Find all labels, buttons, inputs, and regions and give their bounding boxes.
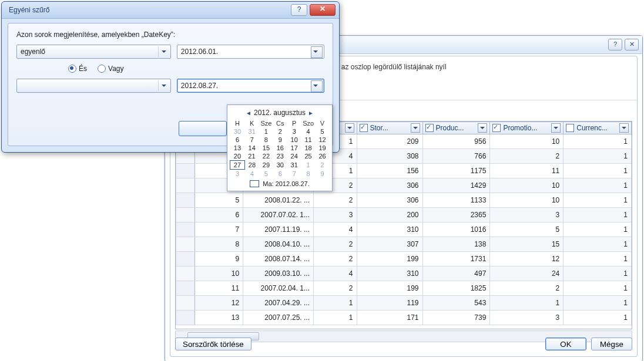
cell[interactable]: 1 <box>314 311 357 325</box>
cell[interactable]: 13 <box>195 311 243 325</box>
day-cell[interactable]: 5 <box>259 170 273 178</box>
day-cell[interactable]: 22 <box>259 152 273 161</box>
day-cell[interactable]: 20 <box>230 152 245 161</box>
cell[interactable]: 2 <box>490 281 564 296</box>
day-cell[interactable]: 9 <box>273 136 287 144</box>
day-cell[interactable]: 11 <box>301 136 316 144</box>
column-filter-dropdown[interactable] <box>345 123 354 133</box>
column-filter-dropdown[interactable] <box>619 123 629 133</box>
column-header[interactable]: Stor... <box>357 122 422 134</box>
day-cell[interactable]: 7 <box>287 170 301 178</box>
cell[interactable]: 2008.04.10. ... <box>243 237 314 252</box>
row-header-cell[interactable] <box>176 237 195 252</box>
day-cell[interactable]: 31 <box>287 161 301 170</box>
cell[interactable]: 2365 <box>422 208 490 222</box>
column-filter-dropdown[interactable] <box>411 123 420 133</box>
value-2-combo[interactable]: 2012.08.27. <box>177 79 324 93</box>
day-cell[interactable]: 17 <box>287 144 301 152</box>
row-header-cell[interactable] <box>176 208 195 222</box>
cell[interactable]: 4 <box>314 266 357 281</box>
calendar-icon[interactable] <box>311 46 323 58</box>
cell[interactable]: 199 <box>357 252 422 266</box>
cell[interactable]: 1 <box>564 266 632 281</box>
cell[interactable]: 306 <box>357 178 422 193</box>
cell[interactable]: 1731 <box>422 252 490 266</box>
row-header-cell[interactable] <box>176 281 195 296</box>
day-cell[interactable]: 15 <box>259 144 273 152</box>
cell[interactable]: 307 <box>357 237 422 252</box>
cell[interactable]: 24 <box>490 266 564 281</box>
cell[interactable]: 4 <box>314 222 357 237</box>
table-row[interactable]: 122007.04.29. ...111954311 <box>176 296 632 311</box>
day-cell[interactable]: 16 <box>273 144 287 152</box>
cell[interactable]: 2 <box>314 252 357 266</box>
cell[interactable]: 1 <box>564 237 632 252</box>
day-cell[interactable]: 28 <box>244 161 259 170</box>
row-header-cell[interactable] <box>176 296 195 311</box>
cell[interactable]: 138 <box>422 237 490 252</box>
day-cell[interactable]: 6 <box>230 136 245 144</box>
cell[interactable]: 1 <box>564 281 632 296</box>
day-cell[interactable]: 13 <box>230 144 245 152</box>
cell[interactable]: 10 <box>195 266 243 281</box>
cell[interactable]: 1 <box>564 208 632 222</box>
row-header-cell[interactable] <box>176 178 195 193</box>
column-header[interactable]: Promotio... <box>490 122 564 134</box>
dialog-titlebar[interactable]: Egyéni szűrő ? ✕ <box>2 2 339 19</box>
cell[interactable]: 200 <box>357 208 422 222</box>
day-cell[interactable]: 18 <box>301 144 316 152</box>
cell[interactable]: 2 <box>314 237 357 252</box>
cell[interactable]: 2 <box>314 193 357 208</box>
cell[interactable]: 5 <box>195 193 243 208</box>
cell[interactable]: 2008.01.22. ... <box>243 193 314 208</box>
day-cell[interactable]: 25 <box>301 152 316 161</box>
cell[interactable]: 10 <box>490 178 564 193</box>
day-cell[interactable]: 19 <box>316 144 330 152</box>
next-month-button[interactable]: ► <box>308 110 314 116</box>
day-cell[interactable]: 7 <box>244 136 259 144</box>
day-cell[interactable]: 29 <box>259 161 273 170</box>
table-row[interactable]: 52008.01.22. ...23061133101 <box>176 193 632 208</box>
cell[interactable]: 3 <box>314 208 357 222</box>
cell[interactable]: 1 <box>564 178 632 193</box>
column-filter-dropdown[interactable] <box>551 123 561 133</box>
operator-1-combo[interactable]: egyenlő <box>16 45 171 59</box>
day-cell[interactable]: 2 <box>316 161 330 170</box>
day-cell[interactable]: 21 <box>244 152 259 161</box>
day-cell[interactable]: 1 <box>301 161 316 170</box>
cell[interactable]: 1 <box>564 193 632 208</box>
date-picker-today[interactable]: Ma: 2012.08.27. <box>230 180 330 187</box>
day-cell[interactable]: 10 <box>287 136 301 144</box>
row-header-cell[interactable] <box>176 193 195 208</box>
cell[interactable]: 543 <box>422 296 490 311</box>
cell[interactable]: 308 <box>357 149 422 164</box>
cell[interactable]: 1 <box>564 134 632 149</box>
cell[interactable]: 1 <box>564 222 632 237</box>
cell[interactable]: 2007.04.29. ... <box>243 296 314 311</box>
table-row[interactable]: 102009.03.10. ...4310497241 <box>176 266 632 281</box>
cell[interactable]: 2 <box>314 281 357 296</box>
dialog-hidden-ok-button[interactable] <box>179 121 227 136</box>
day-cell[interactable]: 30 <box>273 161 287 170</box>
column-filter-dropdown[interactable] <box>478 123 487 133</box>
table-row[interactable]: 112007.02.04. 1...2199182521 <box>176 281 632 296</box>
cell[interactable]: 1175 <box>422 164 490 178</box>
day-cell[interactable]: 8 <box>259 136 273 144</box>
cell[interactable]: 497 <box>422 266 490 281</box>
day-cell[interactable]: 5 <box>316 127 330 136</box>
dialog-help-button[interactable]: ? <box>291 4 307 16</box>
dialog-close-button[interactable]: ✕ <box>310 4 336 16</box>
day-cell[interactable]: 4 <box>244 170 259 178</box>
row-header-cell[interactable] <box>176 266 195 281</box>
column-header[interactable]: Produc... <box>422 122 490 134</box>
cell[interactable]: 6 <box>195 208 243 222</box>
wizard-close-button[interactable]: ✕ <box>625 39 639 50</box>
cell[interactable]: 766 <box>422 149 490 164</box>
cell[interactable]: 171 <box>357 311 422 325</box>
cell[interactable]: 739 <box>422 311 490 325</box>
cell[interactable]: 1 <box>564 311 632 325</box>
clear-row-filters-button[interactable]: Sorszűrők törlése <box>175 338 251 350</box>
table-row[interactable]: 62007.07.02. 1...3200236531 <box>176 208 632 222</box>
day-cell[interactable]: 2 <box>273 127 287 136</box>
cell[interactable]: 310 <box>357 266 422 281</box>
